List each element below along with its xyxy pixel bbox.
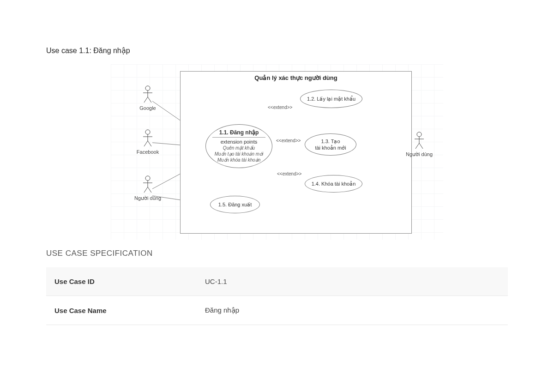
uc-label: tài khoản mới bbox=[315, 145, 346, 151]
uc-label: 1.3. Tạo bbox=[321, 138, 340, 145]
svg-line-13 bbox=[144, 97, 148, 103]
spec-table: Use Case ID UC-1.1 Use Case Name Đăng nh… bbox=[46, 267, 508, 325]
table-row: Use Case ID UC-1.1 bbox=[46, 267, 508, 296]
actor-label: Người dùng bbox=[406, 151, 433, 157]
actor-facebook: Facebook bbox=[134, 129, 162, 155]
svg-line-29 bbox=[419, 143, 423, 149]
use-case-1-4: 1.4. Khóa tài khoản bbox=[305, 175, 362, 193]
svg-line-24 bbox=[148, 187, 151, 193]
extension-point: Muốn tạo tài khoản mới bbox=[215, 151, 264, 157]
uc-title: 1.1. Đăng nhập bbox=[219, 129, 259, 137]
page-title: Use case 1.1: Đăng nhập bbox=[46, 46, 508, 55]
table-row: Use Case Name Đăng nhập bbox=[46, 296, 508, 325]
spec-value: Đăng nhập bbox=[197, 296, 508, 325]
uc-label: 1.4. Khóa tài khoản bbox=[312, 181, 356, 187]
use-case-1-5: 1.5. Đăng xuất bbox=[210, 196, 260, 213]
extend-label: <<extend>> bbox=[276, 138, 301, 143]
svg-point-15 bbox=[145, 130, 150, 134]
svg-line-18 bbox=[144, 141, 148, 146]
spec-key: Use Case Name bbox=[46, 296, 197, 325]
svg-point-10 bbox=[145, 86, 150, 90]
extend-label: <<extend>> bbox=[277, 171, 301, 176]
use-case-1-1: 1.1. Đăng nhập extension points Quên mật… bbox=[205, 124, 272, 168]
extend-label: <<extend>> bbox=[268, 105, 292, 110]
use-case-1-3: 1.3. Tạo tài khoản mới bbox=[305, 133, 356, 156]
extension-point: Muốn khóa tài khoản bbox=[217, 157, 261, 163]
actor-label: Người dùng bbox=[134, 195, 161, 201]
svg-point-25 bbox=[417, 132, 422, 137]
uc-label: 1.2. Lấy lại mật khẩu bbox=[307, 96, 355, 102]
actor-label: Google bbox=[139, 105, 156, 111]
actor-google: Google bbox=[134, 85, 162, 111]
actor-user-right: Người dùng bbox=[401, 131, 438, 157]
actor-label: Facebook bbox=[137, 149, 159, 155]
svg-line-23 bbox=[144, 187, 148, 193]
uc-label: 1.5. Đăng xuất bbox=[218, 201, 252, 208]
spec-heading: USE CASE SPECIFICATION bbox=[46, 249, 508, 258]
spec-value: UC-1.1 bbox=[197, 267, 508, 296]
spec-key: Use Case ID bbox=[46, 267, 197, 296]
svg-line-19 bbox=[148, 141, 151, 146]
svg-line-28 bbox=[416, 143, 419, 149]
system-title: Quản lý xác thực người dùng bbox=[181, 72, 411, 84]
use-case-diagram: Quản lý xác thực người dùng Google Faceb… bbox=[111, 64, 443, 240]
extension-point: Quên mật khẩu bbox=[223, 145, 255, 151]
svg-line-14 bbox=[148, 97, 151, 103]
svg-point-20 bbox=[145, 176, 150, 181]
extension-points-label: extension points bbox=[212, 137, 265, 145]
actor-user-left: Người dùng bbox=[130, 175, 165, 201]
use-case-1-2: 1.2. Lấy lại mật khẩu bbox=[300, 90, 362, 108]
